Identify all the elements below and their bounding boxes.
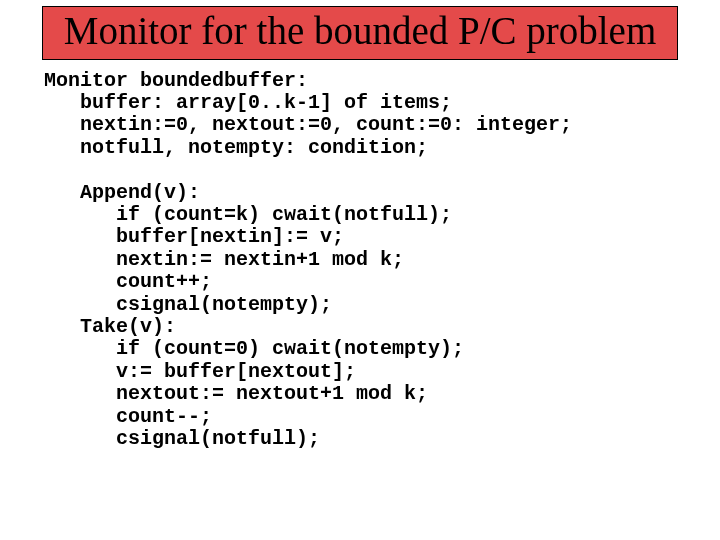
code-line: Append(v): [44, 181, 200, 204]
code-line: nextin:= nextin+1 mod k; [44, 248, 404, 271]
title-box: Monitor for the bounded P/C problem [42, 6, 678, 60]
code-line: csignal(notempty); [44, 293, 332, 316]
code-line: csignal(notfull); [44, 427, 320, 450]
code-line: Take(v): [44, 315, 176, 338]
slide: Monitor for the bounded P/C problem Moni… [0, 6, 720, 540]
code-line: count++; [44, 270, 212, 293]
code-line: notfull, notempty: condition; [44, 136, 428, 159]
code-line: nextout:= nextout+1 mod k; [44, 382, 428, 405]
code-block: Monitor boundedbuffer: buffer: array[0..… [44, 70, 720, 451]
code-line: v:= buffer[nextout]; [44, 360, 356, 383]
code-line: if (count=k) cwait(notfull); [44, 203, 452, 226]
code-line: nextin:=0, nextout:=0, count:=0: integer… [44, 113, 572, 136]
slide-title: Monitor for the bounded P/C problem [51, 9, 669, 53]
code-line: buffer: array[0..k-1] of items; [44, 91, 452, 114]
code-line: count--; [44, 405, 212, 428]
code-line: buffer[nextin]:= v; [44, 225, 344, 248]
code-line: if (count=0) cwait(notempty); [44, 337, 464, 360]
code-line: Monitor boundedbuffer: [44, 69, 308, 92]
